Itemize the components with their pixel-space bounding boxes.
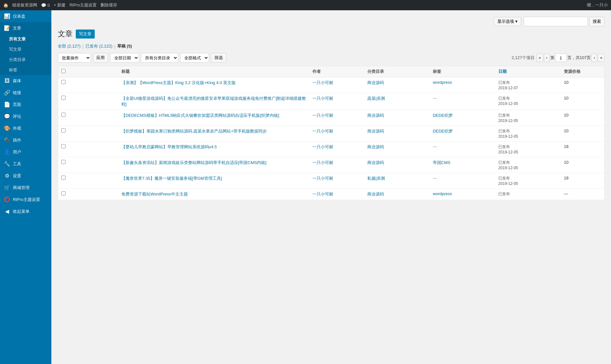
tag-link[interactable]: wordpress xyxy=(433,191,452,196)
category-link[interactable]: 私服|亲测 xyxy=(367,176,385,181)
row-checkbox[interactable] xyxy=(61,80,65,84)
post-title-link[interactable]: 【DEDECMS模板】HTML5响应式火锅餐饮加盟店类网站源码自适应手机版[织梦… xyxy=(121,113,279,118)
sidebar-item-appearance[interactable]: 🎨外观 xyxy=(0,122,51,134)
sidebar-label-settings: 设置 xyxy=(13,173,21,179)
filter-button[interactable]: 筛选 xyxy=(211,53,226,63)
price-value: — xyxy=(564,191,568,196)
author-link[interactable]: 一只小可耐 xyxy=(312,96,333,101)
sidebar-item-shop[interactable]: 🛒商城管理 xyxy=(0,182,51,194)
col-header-check xyxy=(58,66,118,77)
category-link[interactable]: 蔬菜|亲测 xyxy=(367,96,385,101)
col-header-tags: 标签 xyxy=(430,66,495,77)
category-link[interactable]: 商业源码 xyxy=(367,160,384,165)
category-link[interactable]: 商业源码 xyxy=(367,129,384,134)
theme-settings-link[interactable]: RiPro主题设置 xyxy=(69,2,97,8)
tag-link[interactable]: wordpress xyxy=(433,80,452,85)
sidebar-sub-categories[interactable]: 分类目录 xyxy=(0,55,51,65)
tag-link[interactable]: 帝国CMS xyxy=(433,160,450,165)
page-title: 文章 xyxy=(58,29,73,39)
author-link[interactable]: 一只小可耐 xyxy=(312,144,333,149)
sidebar-sub-write[interactable]: 写文章 xyxy=(0,44,51,55)
category-link[interactable]: 商业源码 xyxy=(367,144,384,149)
sidebar-label-dashboard: 仪表盘 xyxy=(13,13,25,19)
sidebar-item-tools[interactable]: 🔧工具 xyxy=(0,158,51,170)
current-page-input[interactable] xyxy=(555,54,567,62)
comments-icon[interactable]: 💬 0 xyxy=(41,3,50,8)
row-checkbox[interactable] xyxy=(61,113,65,117)
search-button[interactable]: 搜索 xyxy=(589,17,605,26)
bulk-action-select[interactable]: 批量操作 编辑 移至回收站 xyxy=(58,53,91,63)
category-link[interactable]: 商业源码 xyxy=(367,192,384,196)
settings-icon: ⚙ xyxy=(4,173,10,179)
post-title-link[interactable]: 【魔兽世界7.35】魔兽一键安装服务端[带GM管理工具] xyxy=(121,176,222,181)
new-button[interactable]: + 新建 xyxy=(54,2,65,8)
post-title-link[interactable]: 免费资源下载站WordPress中文主题 xyxy=(121,192,188,196)
shop-icon: 🛒 xyxy=(4,185,10,191)
tag-link[interactable]: DEDE织梦 xyxy=(433,113,453,118)
sidebar-item-dashboard[interactable]: 📊仪表盘 xyxy=(0,10,51,22)
row-checkbox[interactable] xyxy=(61,191,65,195)
admin-home-icon[interactable]: 🏠 xyxy=(3,3,8,8)
search-input[interactable] xyxy=(524,17,588,26)
tab-draft[interactable]: 草稿 (5) xyxy=(117,43,132,49)
select-all-checkbox[interactable] xyxy=(61,69,65,73)
write-article-button[interactable]: 写文章 xyxy=(76,30,95,39)
delete-cache-link[interactable]: 删除缓存 xyxy=(100,2,117,8)
items-count: 2,127个项目 xyxy=(511,55,535,61)
status-tabs: 全部 (2,127) | 已发布 (2,122) | 草稿 (5) xyxy=(58,43,605,49)
row-checkbox[interactable] xyxy=(61,96,65,100)
users-icon: 👤 xyxy=(4,149,10,155)
sidebar-item-cart[interactable]: ◀收起菜单 xyxy=(0,205,51,217)
post-title-link[interactable]: 【新趣头条资讯站】新闻游戏娱乐类整站网站源码带手机自适应[帝国CMS内核] xyxy=(121,160,266,165)
author-link[interactable]: 一只小可耐 xyxy=(312,113,333,118)
tag-link[interactable]: DEDE织梦 xyxy=(433,129,453,134)
sidebar-item-pages[interactable]: 📄页面 xyxy=(0,99,51,110)
display-options-button[interactable]: 显示选项 ▾ xyxy=(494,17,521,26)
sidebar-item-comments[interactable]: 💬评论 xyxy=(0,110,51,122)
last-page-button[interactable]: » xyxy=(598,54,605,62)
sidebar-label-appearance: 外观 xyxy=(13,126,21,131)
admin-bar: 🏠 稳老板资源网 💬 0 + 新建 RiPro主题设置 删除缓存 嗯，一只小 xyxy=(0,0,611,10)
sidebar-item-plugins[interactable]: 🔌插件 xyxy=(0,134,51,146)
author-link[interactable]: 一只小可耐 xyxy=(312,160,333,165)
apply-button[interactable]: 应用 xyxy=(93,53,108,63)
price-value: 10 xyxy=(564,96,568,100)
next-page-button[interactable]: › xyxy=(591,54,597,62)
category-filter-select[interactable]: 所有分类目录 xyxy=(141,53,178,63)
author-link[interactable]: 一只小可耐 xyxy=(312,176,333,181)
sidebar-sub-all-posts[interactable]: 所有文章 xyxy=(0,34,51,44)
table-row: 【魔兽世界7.35】魔兽一键安装服务端[带GM管理工具]一只小可耐私服|亲测—已… xyxy=(58,173,605,189)
category-link[interactable]: 商业源码 xyxy=(367,80,384,85)
row-checkbox[interactable] xyxy=(61,128,65,133)
post-title-link[interactable]: 【全新UI微星游戏源码】免公众号最漂亮的微星安卓苹果双端游戏服务端免付费推广[附… xyxy=(121,96,306,107)
post-title-link[interactable]: 【婴幼儿早教启蒙网站】早教管理网站系统源码v4.5 xyxy=(121,144,217,149)
sidebar-item-users[interactable]: 👤用户 xyxy=(0,146,51,158)
row-checkbox[interactable] xyxy=(61,144,65,148)
author-link[interactable]: 一只小可耐 xyxy=(312,192,333,196)
row-checkbox[interactable] xyxy=(61,160,65,164)
date-status: 已发布 xyxy=(498,144,510,149)
sidebar-item-media[interactable]: 🖼媒体 xyxy=(0,75,51,87)
format-filter-select[interactable]: 全部格式 xyxy=(180,53,209,63)
col-header-date[interactable]: 日期 xyxy=(495,66,561,77)
tab-all[interactable]: 全部 (2,127) xyxy=(58,43,81,49)
sidebar-item-links[interactable]: 🔗链接 xyxy=(0,87,51,99)
sidebar-item-ripro[interactable]: ⭕RiPro主题设置 xyxy=(0,194,51,205)
date-value: 2019-12-05 xyxy=(498,150,518,154)
tab-published[interactable]: 已发布 (2,122) xyxy=(85,43,112,49)
date-filter-select[interactable]: 全部日期 xyxy=(110,53,139,63)
post-title-link[interactable]: 【织梦模板】果园水果订购类网站源码 蔬菜水果农产品网站+带手机版数据同步 xyxy=(121,129,267,134)
first-page-button[interactable]: « xyxy=(537,54,543,62)
pages-icon: 📄 xyxy=(4,101,10,108)
author-link[interactable]: 一只小可耐 xyxy=(312,80,333,85)
prev-page-button[interactable]: ‹ xyxy=(544,54,550,62)
posts-icon: 📝 xyxy=(4,25,10,31)
post-title-link[interactable]: 【亲测】【WordPress主题】King 3.2 汉化版+King 4.0 英… xyxy=(121,80,236,85)
author-link[interactable]: 一只小可耐 xyxy=(312,129,333,134)
row-checkbox[interactable] xyxy=(61,176,65,180)
sidebar-item-settings[interactable]: ⚙设置 xyxy=(0,170,51,182)
sidebar-item-posts[interactable]: 📝文章 所有文章 写文章 分类目录 标签 xyxy=(0,22,51,75)
site-name[interactable]: 稳老板资源网 xyxy=(12,2,37,8)
category-link[interactable]: 商业源码 xyxy=(367,113,384,118)
sidebar-sub-tags[interactable]: 标签 xyxy=(0,65,51,75)
